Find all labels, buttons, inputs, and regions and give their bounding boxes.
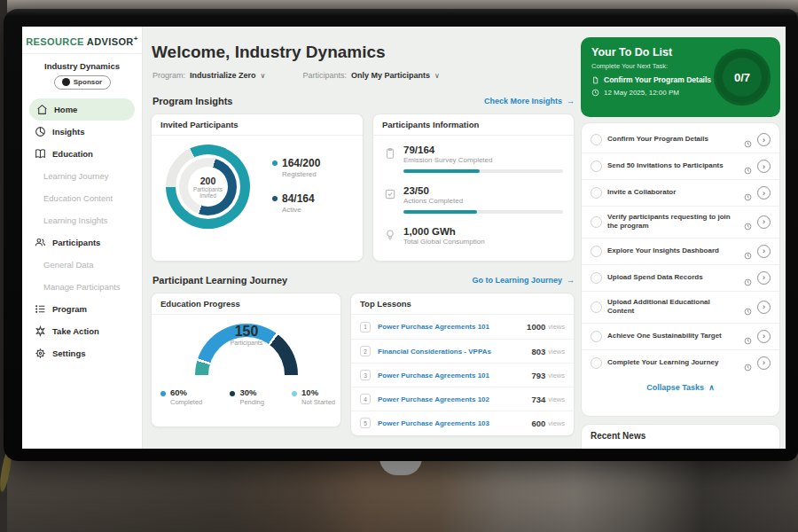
todo-progress-ring: 0/7 [714, 49, 771, 106]
recent-news-title: Recent News [582, 425, 779, 448]
rank-badge: 3 [360, 370, 371, 380]
task-checkbox[interactable] [591, 246, 602, 257]
clock-icon [744, 189, 752, 197]
task-checkbox[interactable] [591, 216, 602, 228]
check-more-insights-link[interactable]: Check More Insights → [484, 97, 575, 106]
clock-icon [591, 89, 599, 97]
stat-emission-survey: 79/164 Emission Survey Completed [384, 145, 563, 173]
checklist-icon [384, 188, 396, 200]
invited-participants-card: Invited Participants 200 Participants In… [151, 113, 364, 262]
clock-icon [744, 218, 752, 226]
task-chevron-button[interactable]: › [757, 301, 771, 314]
legend-not-started: 10% Not Started [292, 387, 335, 406]
sidebar-item-general-data[interactable]: General Data [22, 254, 142, 276]
participants-information-title: Participants Information [373, 114, 574, 136]
emission-survey-progress-bar [403, 169, 563, 173]
program-insights-heading: Program Insights [153, 96, 232, 106]
invited-participants-donut-chart: 200 Participants Invited [166, 145, 250, 229]
sidebar-item-learning-insights[interactable]: Learning Insights [22, 209, 142, 231]
task-chevron-button[interactable]: › [757, 271, 771, 285]
task-checkbox[interactable] [591, 272, 602, 284]
lesson-link[interactable]: Power Purchase Agreements 101 [378, 323, 527, 331]
legend-registered: 164/200 Registered [272, 157, 320, 178]
clock-icon [744, 162, 752, 170]
clipboard-icon [384, 147, 396, 160]
task-row[interactable]: Upload Additional Educational Content › [582, 292, 779, 324]
legend-completed: 60% Completed [160, 387, 202, 406]
program-dropdown[interactable]: Program: Industrialize Zero ∨ [153, 71, 265, 80]
arrow-right-icon: → [567, 276, 575, 285]
task-checkbox[interactable] [591, 134, 602, 145]
lesson-row: 5 Power Purchase Agreements 103 600 view… [351, 411, 574, 434]
organization-name: Industry Dynamics [22, 61, 142, 71]
sidebar-item-learning-journey[interactable]: Learning Journey [22, 165, 142, 187]
task-checkbox[interactable] [591, 301, 602, 313]
lightbulb-icon [384, 229, 396, 241]
lesson-row: 3 Power Purchase Agreements 101 793 view… [351, 363, 574, 387]
task-checkbox[interactable] [591, 331, 602, 342]
actions-completed-progress-bar [403, 210, 563, 214]
sidebar-item-take-action[interactable]: Take Action [22, 320, 142, 342]
dashboard-screen: RESOURCE ADVISOR+ Industry Dynamics Spon… [22, 27, 786, 449]
task-chevron-button[interactable]: › [757, 245, 771, 258]
collapse-tasks-link[interactable]: Collapse Tasks ∧ [582, 376, 779, 395]
clock-icon [744, 303, 752, 311]
legend-dot [160, 391, 166, 396]
task-checkbox[interactable] [591, 357, 602, 369]
sidebar-item-education-content[interactable]: Education Content [22, 187, 142, 209]
lesson-row: 1 Power Purchase Agreements 101 1000 vie… [351, 315, 574, 339]
participants-icon [35, 237, 46, 248]
task-row[interactable]: Complete Your Learning Journey › [582, 350, 779, 376]
resource-advisor-logo: RESOURCE ADVISOR+ [22, 27, 142, 54]
task-chevron-button[interactable]: › [757, 186, 771, 200]
sidebar-item-insights[interactable]: Insights [22, 121, 142, 143]
legend-dot [292, 391, 297, 396]
program-list-icon [35, 303, 46, 315]
monitor-bezel: RESOURCE ADVISOR+ Industry Dynamics Spon… [4, 9, 798, 461]
task-row[interactable]: Explore Your Insights Dashboard › [582, 239, 779, 265]
sidebar-item-manage-participants[interactable]: Manage Participants [22, 276, 142, 298]
task-checkbox[interactable] [591, 187, 602, 199]
lesson-link[interactable]: Power Purchase Agreements 101 [378, 372, 531, 379]
legend-dot [272, 196, 278, 201]
task-row[interactable]: Verify participants requesting to join t… [582, 207, 779, 239]
lesson-link[interactable]: Power Purchase Agreements 103 [378, 419, 531, 427]
task-chevron-button[interactable]: › [757, 160, 771, 173]
sidebar-item-participants[interactable]: Participants [22, 231, 142, 254]
chevron-down-icon: ∨ [261, 72, 266, 80]
take-action-icon [35, 325, 46, 337]
clock-icon [744, 274, 752, 282]
task-row[interactable]: Send 50 Invitations to Participants › [582, 153, 779, 180]
task-chevron-button[interactable]: › [757, 330, 771, 343]
lesson-row: 2 Financial Considerations - VPPAs 803 v… [351, 339, 574, 363]
chevron-up-icon: ∧ [708, 383, 715, 392]
invited-participants-title: Invited Participants [152, 114, 363, 136]
sidebar-item-education[interactable]: Education [22, 143, 142, 165]
todo-task-list: Confirm Your Program Details › Send 50 I… [581, 122, 780, 417]
task-chevron-button[interactable]: › [757, 356, 771, 370]
education-progress-title: Education Progress [152, 293, 340, 315]
task-checkbox[interactable] [591, 160, 602, 172]
task-row[interactable]: Confirm Your Program Details › [582, 127, 779, 153]
participants-dropdown[interactable]: Participants: Only My Participants ∨ [302, 71, 439, 80]
task-chevron-button[interactable]: › [757, 215, 771, 229]
task-row[interactable]: Upload Spend Data Records › [582, 265, 779, 292]
chevron-down-icon: ∨ [434, 72, 440, 80]
legend-dot [272, 160, 278, 166]
rank-badge: 5 [360, 418, 371, 428]
sidebar-item-settings[interactable]: Settings [22, 342, 142, 364]
gauge-center-label: 150 Participants [195, 345, 298, 346]
task-row[interactable]: Achieve One Sustainability Target › [582, 324, 779, 350]
sponsor-badge[interactable]: Sponsor [54, 75, 111, 90]
settings-gear-icon [35, 348, 46, 359]
lesson-link[interactable]: Power Purchase Agreements 102 [378, 395, 531, 403]
task-chevron-button[interactable]: › [757, 133, 771, 146]
go-to-learning-journey-link[interactable]: Go to Learning Journey → [472, 276, 575, 285]
sidebar-nav: Home Insights Education Learning Journey [22, 98, 142, 364]
photo-of-monitor: RESOURCE ADVISOR+ Industry Dynamics Spon… [0, 0, 798, 532]
lesson-link[interactable]: Financial Considerations - VPPAs [378, 348, 531, 356]
sidebar-item-home[interactable]: Home [29, 98, 135, 121]
rank-badge: 1 [360, 322, 371, 332]
task-row[interactable]: Invite a Collaborator › [582, 180, 779, 207]
sidebar-item-program[interactable]: Program [22, 298, 142, 320]
